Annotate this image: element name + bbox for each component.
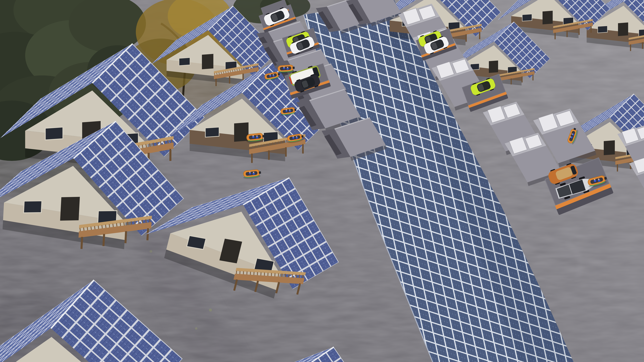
rendered-scene xyxy=(0,0,644,362)
flooded-solar-neighborhood xyxy=(0,0,644,362)
